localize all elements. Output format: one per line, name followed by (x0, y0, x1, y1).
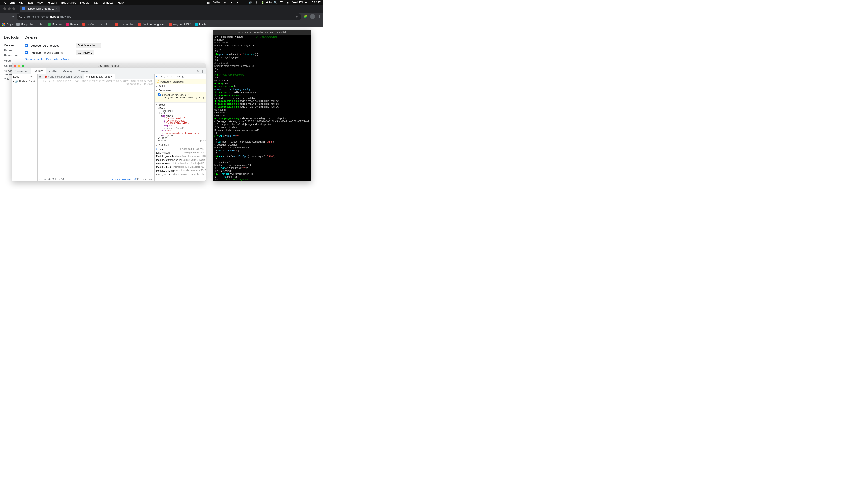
tab-console[interactable]: Console (75, 68, 90, 74)
pause-exc-icon[interactable]: ◐ (182, 75, 184, 78)
settings-icon[interactable]: ⚙ (196, 70, 199, 73)
breakpoint-item[interactable]: o-maah-go-turu-lob.js:13 for (let i=0;i<… (155, 92, 206, 103)
sources-navigator: Node»⋮ ▸ 🔗 Node.js: file:///Users/ (12, 74, 38, 181)
callstack-frame[interactable]: Module.runMaininternal/module…/loader.js… (155, 169, 206, 173)
profile-avatar[interactable] (310, 14, 315, 19)
watch-section[interactable]: ▸Watch (155, 84, 206, 88)
bookmark-item[interactable]: Dev Env (47, 23, 62, 26)
sidebar-item-pages[interactable]: Pages (4, 48, 25, 53)
screenrec-icon[interactable]: ◧ (207, 1, 210, 4)
breakpoints-section[interactable]: ▾Breakpoints (155, 88, 206, 92)
bp-checkbox[interactable] (158, 93, 161, 96)
tab-connection[interactable]: Connection (12, 68, 31, 74)
step-over-icon[interactable]: ↷ (160, 75, 162, 78)
sync-icon[interactable]: ⊕ (223, 1, 227, 4)
tab-sources[interactable]: Sources (31, 68, 46, 74)
file-tab-active[interactable]: o-maah-go-turu-lob.js × (84, 74, 115, 79)
siri-icon[interactable]: ◉ (286, 1, 289, 4)
status-link[interactable]: o-maah-go-turu-lob.js:2 (111, 178, 136, 180)
minimize-icon[interactable] (18, 65, 20, 67)
tab-close-icon[interactable]: × (56, 7, 58, 10)
menu-window[interactable]: Window (103, 1, 113, 4)
wifi-icon[interactable]: �św (267, 1, 270, 4)
menu-people[interactable]: People (80, 1, 89, 4)
nav-tree-item[interactable]: ▸ 🔗 Node.js: file:///Users/ (12, 79, 38, 84)
volume-icon[interactable]: 🔊 (248, 1, 251, 4)
bluetooth-icon[interactable]: ᛒ (255, 1, 258, 4)
discover-usb-checkbox[interactable] (25, 44, 28, 47)
bookmark-item[interactable]: AugEventsP22 (169, 23, 191, 26)
resume-icon[interactable]: ▸| (156, 75, 158, 78)
battery-icon[interactable]: 🔋 (261, 1, 264, 4)
scope-section[interactable]: ▾Scope (155, 103, 206, 107)
extensions-icon[interactable]: 🧩 (304, 15, 307, 18)
terminal-body[interactable]: 10 stdin_input += input; // Reading inpu… (213, 35, 311, 181)
callstack-frame[interactable]: Module._extensions..jsinternal/module…/l… (155, 158, 206, 162)
chrome-menu-icon[interactable]: ⋮ (318, 15, 321, 18)
callstack-frame[interactable]: Module.loadinternal/module…/loader.js:81… (155, 162, 206, 165)
deactivate-bp-icon[interactable]: ⟋● (176, 75, 180, 78)
menu-view[interactable]: View (37, 1, 43, 4)
configure-button[interactable]: Configure... (76, 50, 94, 55)
back-button[interactable]: ← (2, 15, 5, 18)
search-icon[interactable]: 🔍 (274, 1, 277, 4)
show-nav-icon[interactable]: ⊟ (38, 75, 42, 78)
bookmark-item[interactable]: Use profiles to ch... (16, 23, 44, 26)
bookmark-item[interactable]: SECA UI : Localho... (82, 23, 111, 26)
sidebar-item-apps[interactable]: Apps (4, 58, 25, 63)
play-icon[interactable]: ▸ (236, 1, 239, 4)
close-icon[interactable] (14, 65, 16, 67)
nav-node[interactable]: Node (13, 75, 19, 78)
display-icon[interactable]: ▭ (242, 1, 245, 4)
tab-memory[interactable]: Memory (60, 68, 75, 74)
devtools-titlebar[interactable]: DevTools - Node.js (12, 64, 206, 68)
menubar-time[interactable]: 15:22:27 (310, 1, 320, 4)
star-icon[interactable]: ☆ (296, 15, 299, 18)
tab-profiler[interactable]: Profiler (46, 68, 60, 74)
step-into-icon[interactable]: ↓ (164, 75, 165, 78)
menubar-date[interactable]: Wed 17 Mar (292, 1, 307, 4)
callstack-frame[interactable]: Module._compileinternal/module…/loader.j… (155, 154, 206, 158)
omnibox[interactable]: ⓘ Chrome | chrome://inspect/#devices ☆ (17, 13, 301, 20)
window-controls[interactable] (1, 8, 17, 10)
callstack-section[interactable]: ▾Call Stack (155, 143, 206, 147)
bookmark-apps[interactable]: Apps (2, 23, 13, 26)
sidebar-item-extensions[interactable]: Extensions (4, 53, 25, 58)
close-icon[interactable]: × (111, 75, 112, 78)
menu-history[interactable]: History (48, 1, 57, 4)
more-icon[interactable]: ⋮ (201, 70, 204, 73)
callstack-frame[interactable]: Module._loadinternal/module…/loader.js:7… (155, 165, 206, 169)
new-tab-button[interactable]: + (62, 7, 64, 11)
control-center-icon[interactable]: ☰ (280, 1, 283, 4)
sidebar-item-devices[interactable]: Devices (4, 43, 25, 48)
file-tab[interactable]: VM52 most-frequent-in-array.js (42, 74, 84, 79)
port-forwarding-button[interactable]: Port forwarding... (76, 43, 101, 48)
open-devtools-link[interactable]: Open dedicated DevTools for Node (25, 57, 70, 61)
menu-edit[interactable]: Edit (28, 1, 33, 4)
menubar-app[interactable]: Chrome (4, 1, 15, 4)
reload-button[interactable]: ⟳ (12, 15, 14, 18)
step-out-icon[interactable]: ↑ (167, 75, 168, 78)
menu-bookmarks[interactable]: Bookmarks (61, 1, 76, 4)
bookmark-item[interactable]: TestTimeline (115, 23, 134, 26)
browser-tab[interactable]: Inspect with Chrome Develope × (19, 5, 60, 12)
code-editor[interactable]: 1 2 3 4 5 6 7 8 9 10 11 12 13 14 15 16 1… (38, 79, 154, 177)
zoom-icon[interactable] (22, 65, 24, 67)
discover-net-checkbox[interactable] (25, 51, 28, 54)
callstack-frame[interactable]: (anonymous)internal/main/r…n_module.js:1… (155, 173, 206, 176)
callstack-frame[interactable]: maino-maah-go-turu-lob.js:13 (155, 147, 206, 151)
forward-button[interactable]: → (7, 15, 10, 18)
menu-help[interactable]: Help (118, 1, 124, 4)
cloud-icon[interactable]: ☁ (230, 1, 233, 4)
bookmark-item[interactable]: CustomStringIssue (138, 23, 165, 26)
menu-tab[interactable]: Tab (94, 1, 98, 4)
menu-file[interactable]: File (18, 1, 23, 4)
bookmark-item[interactable]: Kibana (66, 23, 79, 26)
bookmark-item[interactable]: Elastic (195, 23, 207, 26)
terminal-titlebar[interactable]: node inspect o-maah-go-turu-lob.js input… (213, 30, 311, 35)
step-icon[interactable]: → (170, 75, 172, 78)
callstack-frame[interactable]: (anonymous)o-maah-go-turu-lob.js:6 (155, 151, 206, 154)
chrome-toolbar: ← → ⟳ ⓘ Chrome | chrome://inspect/#devic… (0, 13, 323, 21)
url-host: Chrome (24, 15, 34, 18)
site-info-icon[interactable]: ⓘ (19, 15, 22, 18)
